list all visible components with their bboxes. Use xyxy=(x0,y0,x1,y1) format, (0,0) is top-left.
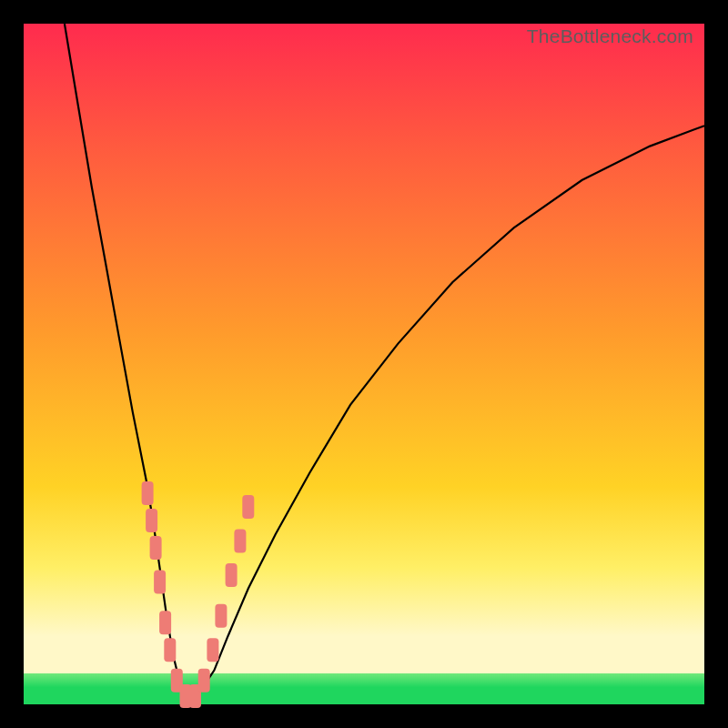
bottleneck-curve xyxy=(65,24,704,698)
curve-svg xyxy=(24,24,704,704)
curve-marker xyxy=(215,604,227,628)
curve-marker xyxy=(164,638,176,662)
curve-marker xyxy=(142,481,154,505)
outer-frame: TheBottleneck.com xyxy=(0,0,728,728)
curve-marker xyxy=(242,495,254,519)
curve-marker xyxy=(154,570,166,593)
curve-marker xyxy=(198,669,210,693)
plot-area: TheBottleneck.com xyxy=(24,24,704,704)
marker-group xyxy=(142,481,255,708)
curve-marker xyxy=(234,530,246,553)
curve-marker xyxy=(146,509,157,532)
curve-marker xyxy=(159,611,171,634)
curve-marker xyxy=(226,563,238,587)
curve-marker xyxy=(207,638,218,662)
curve-marker xyxy=(150,536,162,560)
